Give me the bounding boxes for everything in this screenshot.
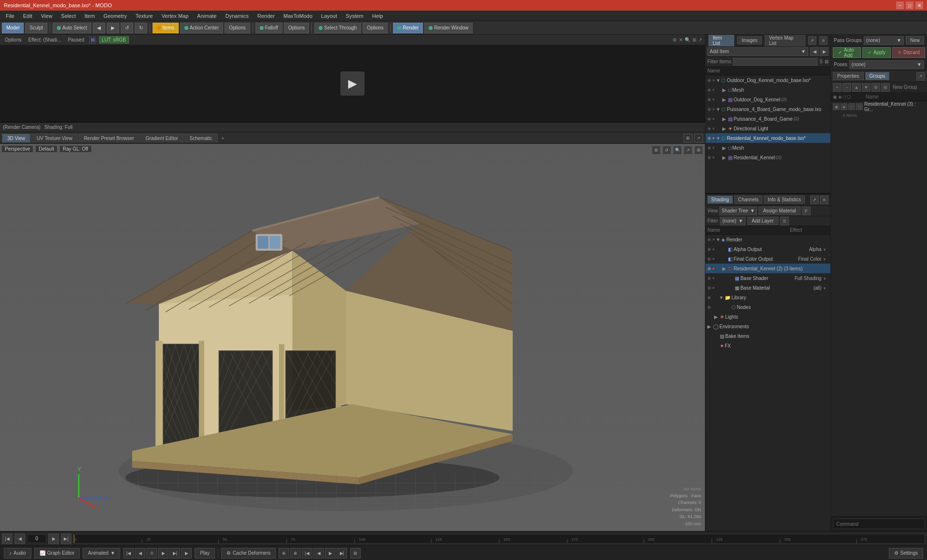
view-ctrl-5[interactable]: ↗: [698, 37, 702, 42]
timeline-time-input[interactable]: [27, 534, 46, 543]
vp-settings2-btn[interactable]: ⚙: [694, 146, 703, 154]
menu-maxtoModo[interactable]: MaxToModo: [280, 12, 316, 20]
expand-arrow-2[interactable]: ▶: [722, 87, 727, 93]
shader-row-nodes[interactable]: ◉ ▶ ⬡ Nodes: [705, 302, 830, 312]
menu-item[interactable]: Item: [81, 12, 98, 20]
shader-row-fx[interactable]: ▶ ✦ FX: [705, 341, 830, 350]
filter-search-btn[interactable]: S: [819, 59, 823, 64]
toolbar-icon-4[interactable]: ↻: [135, 23, 147, 33]
groups-add-btn[interactable]: +: [833, 83, 842, 92]
transport-7[interactable]: ⊞: [350, 548, 361, 559]
group-scene-btn[interactable]: ⬡: [856, 103, 863, 110]
vp-reset-btn[interactable]: ↺: [662, 146, 671, 154]
timeline-back-btn[interactable]: ◀: [14, 533, 25, 544]
tree-row-outdoor-scene[interactable]: ◉ ● ▼ ⬡ Outdoor_Dog_Kennel_modo_base.lxo…: [705, 75, 830, 85]
command-input[interactable]: [833, 518, 925, 529]
timeline-fwd-btn[interactable]: ▶: [48, 533, 59, 544]
shading-tab-info[interactable]: Info & Statistics: [764, 196, 805, 204]
options-label[interactable]: Options: [3, 37, 23, 43]
groups-remove-btn[interactable]: −: [843, 83, 851, 92]
shader-row-final-color[interactable]: ◉ ● ▶ ◧ Final Color Output Final Color ▼: [705, 254, 830, 264]
menu-geometry[interactable]: Geometry: [99, 12, 130, 20]
toolbar-icon-1[interactable]: ◀: [93, 23, 105, 33]
shading-settings-btn[interactable]: ≡: [820, 196, 829, 204]
expand-arrow-3[interactable]: ▶: [722, 97, 727, 102]
options2-button[interactable]: Options: [284, 23, 309, 33]
view-ctrl-2[interactable]: ✕: [679, 37, 683, 42]
tree-row-puissance-scene[interactable]: ◉ ● ▼ ⬡ Puissance_4_Board_Game_modo_base…: [705, 104, 830, 114]
transport-6[interactable]: ▶|: [337, 548, 347, 559]
sh-arrow-4[interactable]: ▶: [722, 266, 727, 271]
transport-3[interactable]: |◀: [302, 548, 312, 559]
apply-btn[interactable]: ✓ Apply: [862, 47, 891, 58]
group-vis-btn[interactable]: ◉: [833, 103, 840, 110]
transport-2[interactable]: ⊗: [290, 548, 301, 559]
shader-row-alpha[interactable]: ◉ ● ▶ ◧ Alpha Output Alpha ▼: [705, 244, 830, 254]
sh-arrow-1[interactable]: ▼: [716, 237, 720, 242]
shading-expand-btn[interactable]: ↗: [810, 196, 819, 204]
tree-row-directional-light[interactable]: ◉ ● ▶ ☀ Directional Light: [705, 124, 830, 133]
auto-add-btn[interactable]: ✓ Auto Add: [833, 47, 861, 58]
shader-tree-list[interactable]: ◉ ● ▼ ◈ Render ◉ ● ▶ ◧ Alpha Output: [705, 235, 830, 531]
group-mesh-btn[interactable]: □: [848, 103, 855, 110]
shading-filter-dropdown[interactable]: (none) ▼: [720, 217, 745, 225]
menu-edit[interactable]: Edit: [19, 12, 36, 20]
vp-expand-btn[interactable]: ↗: [684, 146, 692, 154]
groups-down-btn[interactable]: ▼: [862, 83, 871, 92]
paused-icon[interactable]: ⊞: [89, 37, 96, 43]
shader-row-bake[interactable]: ▶ ▨ Bake Items: [705, 331, 830, 341]
shading-tab-shading[interactable]: Shading: [707, 196, 733, 204]
properties-tab[interactable]: Properties: [833, 72, 864, 80]
add-layer-btn[interactable]: Add Layer: [747, 217, 778, 225]
group-row-residential[interactable]: ◉ ◈ □ ⬡ Residential_Kennel (3) : Gr...: [831, 101, 927, 112]
toolbar-icon-2[interactable]: ▶: [107, 23, 119, 33]
menu-select[interactable]: Select: [57, 12, 80, 20]
menu-animate[interactable]: Animate: [193, 12, 220, 20]
tab-gradient[interactable]: Gradient Editor: [140, 134, 183, 142]
group-render-btn[interactable]: ◈: [841, 103, 847, 110]
shader-row-library[interactable]: ◉ ▼ 📁 Library: [705, 293, 830, 302]
tab-schematic[interactable]: Schematic: [184, 134, 218, 142]
vp-ctrl-expand[interactable]: ⊞: [684, 134, 692, 142]
shader-row-lights[interactable]: ▶ ☀ Lights: [705, 312, 830, 322]
shader-row-base-material[interactable]: ◉ ● ▶ ▦ Base Material (all) ▼: [705, 283, 830, 293]
assign-material-btn[interactable]: Assign Material: [758, 207, 800, 215]
pass-groups-dropdown[interactable]: (none) ▼: [864, 36, 904, 45]
tab-3dview[interactable]: 3D View: [2, 134, 30, 142]
tree-row-residential-kennel[interactable]: ◉ ● ▶ ▤ Residential_Kennel (2): [705, 153, 830, 162]
tree-row-mesh-2[interactable]: ◉ ● ▶ □ Mesh: [705, 143, 830, 153]
panel-expand-btn[interactable]: ↗: [808, 36, 816, 45]
sh-arrow-env[interactable]: ▶: [707, 324, 712, 329]
effect-label[interactable]: Effect: (Shadi...: [26, 37, 63, 43]
menu-view[interactable]: View: [37, 12, 56, 20]
groups-tab[interactable]: Groups: [865, 72, 890, 80]
options1-button[interactable]: Options: [225, 23, 250, 33]
timeline-next-btn[interactable]: ▶|: [61, 533, 71, 544]
tree-row-outdoor-kennel[interactable]: ◉ ● ▶ ▤ Outdoor_Dog_Kennel (2): [705, 95, 830, 104]
menu-system[interactable]: System: [342, 12, 367, 20]
new-pass-btn[interactable]: New: [906, 36, 924, 44]
vp-ctrl-close[interactable]: ↗: [694, 134, 703, 142]
filter-input[interactable]: [733, 58, 817, 66]
shader-row-residential-kennel[interactable]: ◉ ● ▶ ⬡ Residential_Kennel (2) (3 items): [705, 264, 830, 273]
item-list-tab[interactable]: Item List: [708, 35, 734, 47]
view-ctrl-1[interactable]: ⚙: [673, 37, 677, 42]
filter-s-btn[interactable]: S: [780, 217, 789, 225]
expand-arrow-8[interactable]: ▶: [722, 145, 727, 151]
shader-row-base-shader[interactable]: ◉ ● ▶ ▦ Base Shader Full Shading ▼: [705, 273, 830, 283]
settings-btn[interactable]: ⚙ Settings: [889, 548, 923, 559]
menu-dynamics[interactable]: Dynamics: [222, 12, 253, 20]
play-play-btn[interactable]: ▶: [181, 548, 192, 559]
groups-settings-btn[interactable]: ⚙: [871, 83, 880, 92]
tree-row-mesh-1[interactable]: ◉ ● ▶ □ Mesh: [705, 85, 830, 95]
render-window-button[interactable]: Render Window: [424, 23, 473, 33]
items-button[interactable]: Items: [153, 23, 178, 33]
close-button[interactable]: ✕: [915, 1, 923, 9]
menu-texture[interactable]: Texture: [132, 12, 157, 20]
item-tree[interactable]: ◉ ● ▼ ⬡ Outdoor_Dog_Kennel_modo_base.lxo…: [705, 75, 830, 193]
cache-deformers-btn[interactable]: ⚙ Cache Deformers: [221, 548, 276, 559]
menu-layout[interactable]: Layout: [317, 12, 341, 20]
images-tab[interactable]: Images: [737, 36, 762, 44]
render-button[interactable]: Render: [393, 23, 423, 33]
auto-select-button[interactable]: Auto Select: [53, 23, 91, 33]
